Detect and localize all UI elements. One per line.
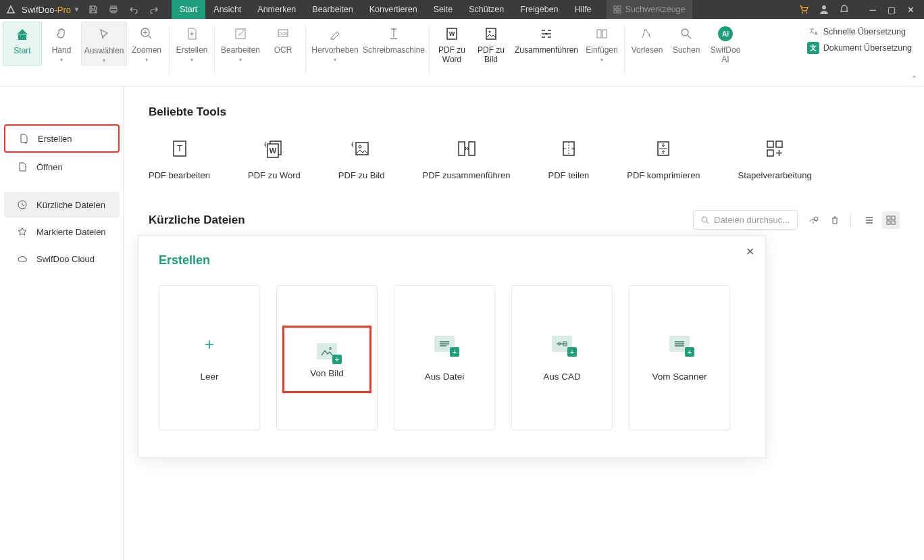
tool-pdf-compress[interactable]: PDF komprimieren	[627, 136, 700, 180]
menu-anmerken[interactable]: Anmerken	[249, 0, 304, 19]
typewriter-icon	[386, 26, 402, 42]
tool-pdf-bearbeiten[interactable]: T PDF bearbeiten	[149, 136, 210, 180]
sidebar-recent[interactable]: Kürzliche Dateien	[4, 192, 120, 218]
clock-icon	[16, 199, 28, 211]
create-from-file[interactable]: + Aus Datei	[394, 285, 495, 430]
menu-schuetzen[interactable]: Schützen	[461, 0, 512, 19]
menu-bar: Start Ansicht Anmerken Bearbeiten Konver…	[172, 0, 600, 19]
app-logo-icon	[4, 3, 18, 16]
grid-view-button[interactable]	[882, 211, 900, 229]
ribbon-auswaehlen[interactable]: Auswählen▾	[81, 22, 127, 66]
svg-rect-5	[614, 10, 617, 13]
print-icon[interactable]	[108, 4, 119, 15]
cart-icon[interactable]	[798, 4, 809, 15]
svg-point-8	[806, 12, 807, 14]
create-from-scanner[interactable]: + Vom Scanner	[629, 285, 730, 430]
search-files-input[interactable]: Dateien durchsuc...	[693, 210, 798, 230]
ribbon-erstellen[interactable]: Erstellen▾	[172, 22, 211, 64]
svg-rect-40	[892, 216, 895, 220]
svg-rect-28	[356, 143, 368, 155]
svg-rect-30	[459, 142, 465, 155]
tool-batch[interactable]: Stapelverarbeitung	[738, 136, 812, 180]
ribbon-swifdoo-ai[interactable]: AI SwifDoo AI	[706, 22, 745, 66]
svg-rect-16	[486, 28, 496, 39]
svg-point-9	[822, 5, 826, 9]
pdf-image-icon	[483, 26, 499, 42]
menu-konvertieren[interactable]: Konvertieren	[361, 0, 426, 19]
svg-rect-35	[776, 141, 782, 147]
ribbon-hervorheben[interactable]: Hervorheben▾	[309, 22, 361, 64]
svg-text:OCR: OCR	[278, 32, 288, 36]
svg-rect-20	[602, 30, 607, 38]
ribbon-hand[interactable]: Hand▾	[42, 22, 81, 66]
cursor-icon	[96, 26, 112, 43]
highlight-icon	[327, 26, 343, 42]
menu-hilfe[interactable]: Hilfe	[567, 0, 600, 19]
ribbon-zusammenfuehren[interactable]: Zusammenführen	[511, 22, 582, 66]
pin-icon[interactable]	[807, 214, 819, 226]
svg-point-29	[359, 145, 361, 148]
sidebar-cloud[interactable]: SwifDoo Cloud	[4, 246, 120, 272]
ribbon-collapse-icon[interactable]: ⌃	[911, 74, 917, 83]
sidebar-erstellen[interactable]: Erstellen	[4, 124, 120, 153]
ribbon-bearbeiten[interactable]: Bearbeiten▾	[217, 22, 263, 64]
modal-title: Erstellen	[159, 253, 745, 268]
titlebar-right: ─ ▢ ✕	[798, 0, 924, 19]
close-button[interactable]: ✕	[901, 0, 920, 19]
plus-icon: ＋	[197, 334, 222, 354]
tool-pdf-word[interactable]: W PDF zu Word	[248, 136, 301, 180]
svg-point-7	[802, 12, 803, 14]
ribbon-schreibmaschine[interactable]: Schreibmaschine	[361, 22, 426, 64]
svg-point-21	[682, 29, 688, 36]
hand-icon	[53, 26, 70, 42]
ribbon-suchen[interactable]: Suchen	[667, 22, 706, 66]
menu-start[interactable]: Start	[172, 0, 205, 19]
tool-pdf-split[interactable]: PDF teilen	[548, 136, 590, 180]
ribbon-start[interactable]: Start	[3, 22, 42, 66]
svg-rect-4	[618, 6, 621, 9]
sidebar-marked[interactable]: Markierte Dateien	[4, 219, 120, 245]
bell-icon[interactable]	[839, 4, 850, 15]
app-dropdown-icon[interactable]: ▼	[74, 6, 80, 13]
user-icon[interactable]	[819, 4, 829, 15]
main-area: Erstellen Öffnen Kürzliche Dateien Marki…	[0, 86, 924, 560]
tool-pdf-bild[interactable]: PDF zu Bild	[338, 136, 385, 180]
ribbon-vorlesen[interactable]: Vorlesen	[627, 22, 667, 66]
menu-freigeben[interactable]: Freigeben	[512, 0, 566, 19]
svg-rect-34	[767, 141, 773, 147]
create-blank[interactable]: ＋ Leer	[159, 285, 260, 430]
create-from-image[interactable]: + Von Bild	[282, 326, 371, 393]
menu-bearbeiten[interactable]: Bearbeiten	[304, 0, 361, 19]
doc-translate[interactable]: 文 Dokument Übersetzung	[807, 42, 912, 54]
modal-close-button[interactable]: ✕	[746, 245, 754, 258]
maximize-button[interactable]: ▢	[882, 0, 901, 19]
search-tools[interactable]: Suchwerkzeuge	[607, 0, 692, 19]
save-icon[interactable]	[88, 4, 99, 15]
create-modal: ✕ Erstellen ＋ Leer + Von Bild	[138, 235, 766, 458]
sidebar-oeffnen[interactable]: Öffnen	[4, 154, 120, 180]
svg-rect-3	[614, 6, 617, 9]
content-area: Beliebte Tools T PDF bearbeiten W PDF zu…	[124, 86, 924, 560]
menu-seite[interactable]: Seite	[426, 0, 461, 19]
ribbon-pdf-bild[interactable]: PDF zu Bild	[471, 22, 511, 66]
ribbon-ocr[interactable]: OCR OCR	[263, 22, 303, 64]
search-icon	[700, 215, 710, 225]
cloud-icon	[16, 253, 28, 265]
svg-point-43	[330, 347, 332, 349]
menu-ansicht[interactable]: Ansicht	[205, 0, 249, 19]
ribbon-einfuegen[interactable]: Einfügen▾	[582, 22, 621, 66]
open-icon	[16, 161, 28, 173]
create-from-cad[interactable]: + Aus CAD	[511, 285, 613, 430]
ribbon-zoomen[interactable]: Zoomen▾	[127, 22, 166, 66]
tool-pdf-merge[interactable]: PDF zusammenführen	[422, 136, 510, 180]
redo-icon[interactable]	[149, 4, 159, 15]
ribbon-pdf-word[interactable]: W PDF zu Word	[432, 22, 471, 66]
trash-icon[interactable]	[829, 214, 841, 226]
quick-translate[interactable]: Schnelle Übersetzung	[807, 26, 912, 38]
minimize-button[interactable]: ─	[863, 0, 882, 19]
list-view-button[interactable]	[861, 211, 878, 229]
undo-icon[interactable]	[128, 4, 139, 15]
svg-rect-42	[892, 221, 895, 224]
edit-icon	[232, 26, 249, 42]
svg-rect-6	[618, 10, 621, 13]
